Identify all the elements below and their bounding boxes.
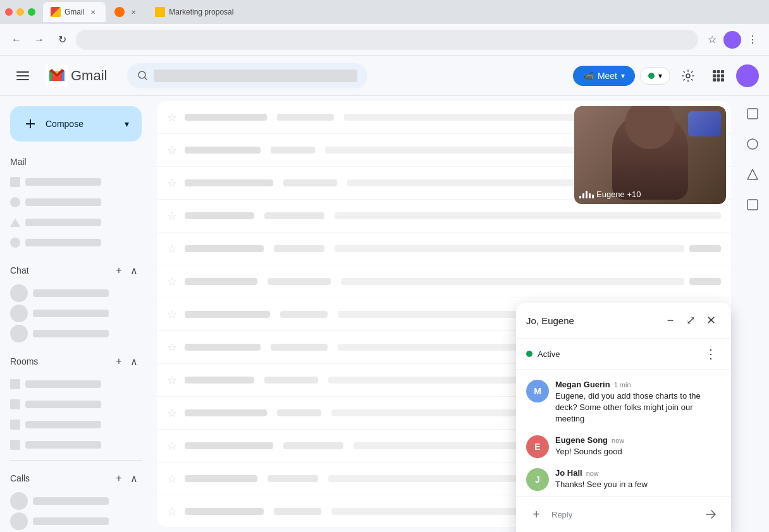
preview-skeleton [335,245,684,252]
jo-avatar: J [526,468,549,491]
reply-add-button[interactable]: + [526,504,546,524]
maximize-window-button[interactable] [28,8,35,16]
right-panel-button-3[interactable] [740,162,765,187]
rooms-add-icon[interactable]: + [111,354,126,369]
star-icon[interactable]: ☆ [167,439,177,453]
user-avatar[interactable] [723,31,741,49]
room-icon-4 [10,440,20,450]
settings-button[interactable] [675,63,701,88]
mail-item-2[interactable] [0,192,142,212]
reload-button[interactable]: ↻ [53,31,71,49]
subject-skeleton [268,475,318,482]
right-panel-button-4[interactable] [740,192,765,217]
status-button[interactable]: ▾ [640,67,670,85]
chat-add-icon[interactable]: + [111,263,126,278]
table-row[interactable]: ☆ [157,265,731,298]
sender-skeleton [185,179,273,186]
subject-skeleton [274,508,321,515]
minimize-window-button[interactable] [16,8,24,16]
chat-item-2[interactable] [0,303,142,323]
right-panel [736,96,769,532]
marketing-tab[interactable]: Marketing proposal [147,2,241,22]
chat-more-button[interactable]: ⋮ [701,344,721,364]
subject-skeleton [283,442,343,449]
star-icon[interactable]: ☆ [167,143,177,157]
forward-button[interactable]: → [30,31,48,49]
back-button[interactable]: ← [8,31,25,49]
star-icon[interactable]: ☆ [167,406,177,420]
star-icon[interactable]: ☆ [167,111,177,124]
compose-button[interactable]: Compose ▾ [10,106,142,142]
chat-expand-button[interactable]: ⤢ [680,310,701,330]
star-icon[interactable]: ☆ [167,242,177,256]
reply-input[interactable]: Reply [551,510,696,519]
room-item-3[interactable] [0,414,142,435]
star-icon[interactable]: ☆ [167,341,177,354]
chat-collapse-icon[interactable]: ∧ [126,263,142,278]
sender-skeleton [185,147,261,154]
gmail-tab-close[interactable]: ✕ [88,7,98,17]
meet-button[interactable]: 📹 Meet ▾ [573,66,635,86]
star-icon[interactable]: ☆ [167,308,177,322]
chat-item-3[interactable] [0,323,142,344]
subject-skeleton [271,147,315,154]
chat-reply-bar: + Reply [516,496,731,527]
bookmark-icon[interactable]: ☆ [703,31,721,49]
tab2-close[interactable]: ✕ [128,7,138,17]
calls-collapse-icon[interactable]: ∧ [126,471,142,486]
hamburger-menu-icon[interactable] [10,63,35,88]
call-item-1[interactable] [0,491,142,511]
rooms-collapse-icon[interactable]: ∧ [126,354,142,369]
mail-item-1[interactable] [0,172,142,192]
video-call-overlay[interactable]: Eugene +10 [574,106,726,204]
eugene-message-text: Yep! Sounds good [555,446,721,457]
user-profile-avatar[interactable] [736,64,759,87]
table-row[interactable]: ☆ [157,233,731,265]
sender-skeleton [185,377,254,384]
star-icon[interactable]: ☆ [167,176,177,190]
mail-item-3[interactable] [0,212,142,233]
browser-chrome: Gmail ✕ ✕ Marketing proposal ← → ↻ ☆ ⋮ [0,0,769,56]
browser-tabs: Gmail ✕ ✕ Marketing proposal [43,2,764,22]
marketing-favicon [155,7,165,17]
sidebar-divider [10,460,142,461]
calls-section-label: Calls [10,473,111,483]
table-row[interactable]: ☆ [157,200,731,233]
chat-close-button[interactable]: ✕ [701,310,721,330]
subject-skeleton [283,179,337,186]
star-icon[interactable]: ☆ [167,209,177,223]
room-item-2[interactable] [0,394,142,414]
star-icon[interactable]: ☆ [167,373,177,387]
compose-label: Compose [46,119,83,129]
address-bar[interactable] [76,30,698,50]
call-item-2[interactable] [0,511,142,531]
right-panel-button-2[interactable] [740,131,765,157]
apps-grid-icon[interactable] [706,63,731,88]
chat-item-1[interactable] [0,283,142,303]
reply-send-button[interactable] [701,504,721,524]
star-icon[interactable]: ☆ [167,505,177,519]
star-icon[interactable]: ☆ [167,275,177,289]
mail-item-4[interactable] [0,233,142,253]
right-panel-button-1[interactable] [740,101,765,126]
svg-rect-14 [713,78,716,82]
call-label-2 [33,517,109,525]
preview-skeleton [341,278,684,285]
calls-add-icon[interactable]: + [111,471,126,486]
tab2[interactable]: ✕ [107,2,146,22]
room-item-1[interactable] [0,374,142,394]
chat-minimize-button[interactable]: − [660,310,680,330]
active-status-icon [526,351,532,357]
mail-item-label-2 [25,198,101,206]
close-window-button[interactable] [5,8,13,16]
star-icon[interactable]: ☆ [167,472,177,486]
svg-rect-11 [713,74,716,77]
room-item-4[interactable] [0,435,142,455]
meet-label: Meet [598,71,617,81]
search-bar[interactable] [127,63,367,88]
menu-icon[interactable]: ⋮ [744,31,761,49]
gmail-tab[interactable]: Gmail ✕ [43,2,106,22]
subject-skeleton [277,409,321,416]
mail-section-header: Mail [0,152,152,172]
room-icon-2 [10,399,20,409]
